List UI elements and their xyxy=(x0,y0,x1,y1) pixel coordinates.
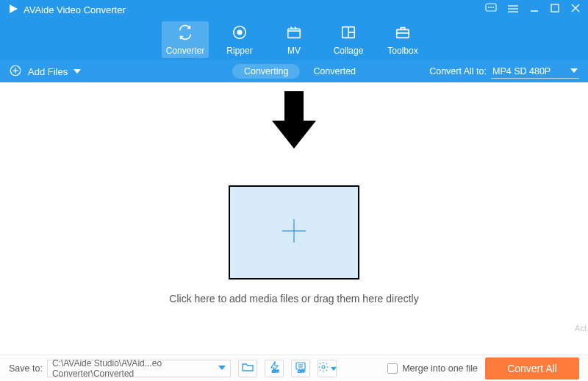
nav-toolbox[interactable]: Toolbox xyxy=(379,21,426,58)
nav-mv[interactable]: MV xyxy=(270,21,318,58)
save-to-label: Save to: xyxy=(9,363,43,374)
svg-marker-27 xyxy=(272,121,316,149)
svg-point-37 xyxy=(322,366,325,368)
chevron-down-icon xyxy=(570,66,578,76)
svg-rect-9 xyxy=(551,4,559,12)
chevron-down-icon xyxy=(218,363,226,374)
gear-icon xyxy=(318,361,329,375)
dropzone[interactable] xyxy=(229,185,359,279)
collage-icon xyxy=(340,24,356,43)
nav-label: Converter xyxy=(166,46,205,56)
open-folder-button[interactable] xyxy=(238,360,257,377)
arrow-down-icon xyxy=(268,91,320,153)
svg-marker-0 xyxy=(10,4,18,13)
save-to: Save to: C:\AVAide Studio\AVAid...eo Con… xyxy=(9,360,231,377)
speed-icon: OFF xyxy=(295,361,306,375)
titlebar-left: AVAide Video Converter xyxy=(7,3,126,17)
svg-marker-25 xyxy=(570,68,578,73)
svg-marker-38 xyxy=(331,367,337,371)
plus-icon xyxy=(278,215,310,250)
convert-all-to-label: Convert All to: xyxy=(429,66,487,76)
tab-label: Converted xyxy=(313,66,356,76)
high-speed-button[interactable]: OFF xyxy=(291,360,310,377)
ripper-icon xyxy=(232,24,248,43)
chevron-down-icon xyxy=(74,66,81,77)
convert-all-to: Convert All to: MP4 SD 480P xyxy=(429,64,579,79)
maximize-icon[interactable] xyxy=(550,3,560,16)
navbar: Converter Ripper MV Collage Toolbox xyxy=(0,19,588,60)
svg-rect-14 xyxy=(288,29,301,38)
chevron-down-icon xyxy=(331,363,337,374)
nav-collage[interactable]: Collage xyxy=(325,21,372,58)
svg-text:OFF: OFF xyxy=(298,369,305,373)
tab-converting[interactable]: Converting xyxy=(232,64,300,79)
add-files-label: Add Files xyxy=(28,66,68,77)
converter-icon xyxy=(177,24,193,43)
drop-text: Click here to add media files or drag th… xyxy=(169,293,418,305)
svg-rect-26 xyxy=(284,91,304,121)
watermark: Act xyxy=(575,324,587,332)
svg-point-4 xyxy=(492,7,494,8)
feedback-icon[interactable] xyxy=(485,3,497,16)
minimize-icon[interactable] xyxy=(529,3,539,16)
hw-accel-button[interactable]: OFF xyxy=(265,360,284,377)
titlebar-controls xyxy=(485,3,581,16)
save-path-field[interactable]: C:\AVAide Studio\AVAid...eo Converter\Co… xyxy=(47,360,231,377)
convert-all-label: Convert All xyxy=(507,363,557,374)
svg-rect-19 xyxy=(397,29,409,38)
output-format-select[interactable]: MP4 SD 480P xyxy=(491,64,579,79)
nav-ripper[interactable]: Ripper xyxy=(216,21,263,58)
svg-marker-24 xyxy=(74,69,81,74)
app-title: AVAide Video Converter xyxy=(24,4,126,15)
svg-point-3 xyxy=(490,7,492,8)
add-files-button[interactable]: Add Files xyxy=(9,64,81,79)
merge-label: Merge into one file xyxy=(402,363,478,374)
tab-converted[interactable]: Converted xyxy=(313,66,356,76)
save-path-value: C:\AVAide Studio\AVAid...eo Converter\Co… xyxy=(52,358,218,379)
svg-point-13 xyxy=(237,30,242,35)
subbar: Add Files Converting Converted Convert A… xyxy=(0,60,588,82)
nav-label: MV xyxy=(287,46,301,56)
lightning-icon: OFF xyxy=(269,361,279,375)
convert-all-button[interactable]: Convert All xyxy=(485,357,579,380)
folder-icon xyxy=(242,362,254,374)
tab-label: Converting xyxy=(244,66,288,76)
footer: Save to: C:\AVAide Studio\AVAid...eo Con… xyxy=(0,355,588,381)
app-logo-icon xyxy=(7,3,19,17)
main-area: Click here to add media files or drag th… xyxy=(0,82,588,355)
nav-label: Collage xyxy=(334,46,364,56)
format-value: MP4 SD 480P xyxy=(492,66,551,76)
svg-text:OFF: OFF xyxy=(272,369,279,373)
plus-circle-icon xyxy=(9,64,22,79)
svg-point-2 xyxy=(488,7,490,8)
status-tabs: Converting Converted xyxy=(232,64,356,79)
svg-rect-33 xyxy=(296,363,305,369)
close-icon[interactable] xyxy=(570,3,581,16)
toolbox-icon xyxy=(395,24,411,43)
svg-marker-30 xyxy=(218,366,226,370)
settings-button[interactable] xyxy=(318,360,337,377)
menu-icon[interactable] xyxy=(507,3,519,16)
mv-icon xyxy=(286,24,302,43)
titlebar: AVAide Video Converter xyxy=(0,0,588,19)
nav-label: Toolbox xyxy=(387,46,417,56)
nav-label: Ripper xyxy=(226,46,252,56)
checkbox-icon xyxy=(387,363,398,374)
merge-checkbox[interactable]: Merge into one file xyxy=(387,363,478,374)
nav-converter[interactable]: Converter xyxy=(162,21,209,58)
